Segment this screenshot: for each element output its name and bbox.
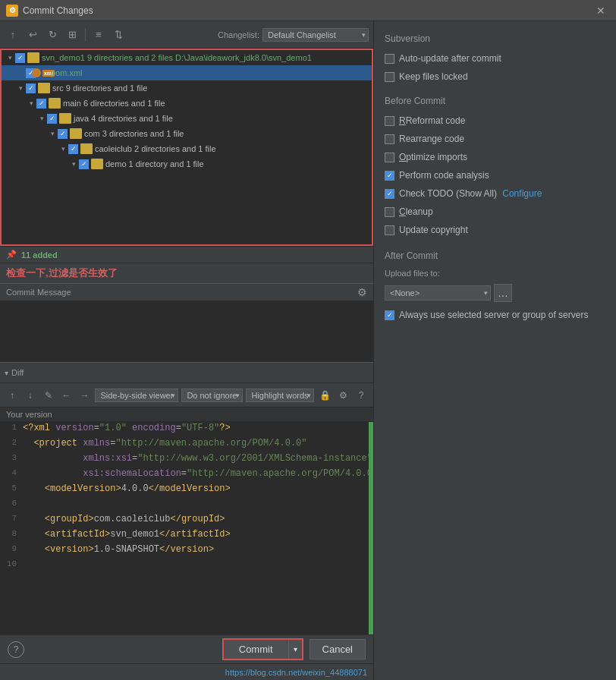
reformat-row: RReformat code: [385, 114, 605, 128]
right-panel: Subversion Auto-update after commit Keep…: [374, 21, 616, 680]
line-num-1: 1: [0, 422, 23, 432]
diff-settings-icon[interactable]: ⚙: [335, 387, 350, 404]
check-todo-checkbox[interactable]: ✓: [385, 189, 394, 199]
cancel-button[interactable]: Cancel: [310, 639, 366, 660]
commit-dropdown-button[interactable]: ▾: [289, 640, 302, 659]
line-num-2: 2: [0, 437, 23, 447]
file-toolbar: ↑ ↩ ↻ ⊞ ≡ ⇅ Changelist: Default Changeli…: [0, 21, 373, 49]
check-todo-row: ✓ Check TODO (Show All) Configure: [385, 187, 605, 200]
toolbar-separator: [85, 28, 86, 42]
line-num-9: 9: [0, 543, 23, 553]
line-content-4: xsi:schemaLocation="http://maven.apache.…: [23, 468, 373, 479]
tree-arrow-java: ▾: [36, 115, 47, 122]
line-content-5: <modelVersion>4.0.0</modelVersion>: [23, 483, 373, 494]
tree-arrow-main: ▾: [26, 99, 36, 107]
diff-collapse-icon[interactable]: ▾: [5, 369, 8, 377]
rearrange-row: Rearrange code: [385, 132, 605, 146]
diff-edit-button[interactable]: ✎: [41, 387, 56, 404]
upload-select[interactable]: <None>: [385, 285, 491, 301]
upload-label: Upload files to:: [385, 269, 605, 278]
tree-checkbox-java[interactable]: ✓: [47, 114, 57, 124]
line-num-10: 10: [0, 559, 23, 568]
folder-icon-demo: [91, 159, 103, 169]
tree-item-demo[interactable]: ▾ ✓ demo 1 directory and 1 file: [2, 156, 372, 172]
list-button[interactable]: ≡: [90, 27, 107, 43]
tree-item-caoleiclub[interactable]: ▾ ✓ caoleiclub 2 directories and 1 file: [2, 141, 372, 156]
tree-checkbox-main[interactable]: ✓: [36, 99, 46, 109]
line-num-4: 4: [0, 468, 23, 477]
diff-toolbar: ↑ ↓ ✎ ← → Side-by-side viewer ▾ Do not i…: [0, 383, 373, 408]
diff-prev-button[interactable]: ←: [59, 387, 74, 404]
auto-update-checkbox[interactable]: [385, 54, 394, 64]
commit-msg-settings-icon[interactable]: ⚙: [357, 286, 367, 298]
diff-next-button[interactable]: →: [77, 387, 93, 404]
bottom-bar: ? Commit ▾ Cancel: [0, 634, 373, 663]
always-use-checkbox[interactable]: ✓: [385, 310, 394, 320]
tree-item-svn-demo1[interactable]: ▾ ✓ svn_demo1 9 directories and 2 files …: [2, 50, 372, 65]
upload-options-button[interactable]: …: [494, 284, 512, 302]
tree-label-demo: demo 1 directory and 1 file: [105, 159, 204, 168]
tree-checkbox-demo[interactable]: ✓: [79, 159, 89, 169]
file-tree[interactable]: ▾ ✓ svn_demo1 9 directories and 2 files …: [0, 49, 373, 246]
optimize-checkbox[interactable]: [385, 153, 394, 162]
tree-label-com: com 3 directories and 1 file: [84, 129, 184, 138]
tree-label-src: src 9 directories and 1 file: [52, 83, 147, 93]
tree-checkbox-caoleiclub[interactable]: ✓: [68, 144, 78, 154]
code-line-1: 1 <?xml version="1.0" encoding="UTF-8"?>: [0, 422, 373, 437]
diff-help-icon[interactable]: ?: [354, 387, 369, 404]
diff-down-button[interactable]: ↓: [23, 387, 38, 404]
tree-item-java[interactable]: ▾ ✓ java 4 directories and 1 file: [2, 111, 372, 126]
code-line-2: 2 <project xmlns="http://maven.apache.or…: [0, 437, 373, 452]
commit-message-input[interactable]: [0, 301, 373, 362]
tree-item-com[interactable]: ▾ ✓ com 3 directories and 1 file: [2, 126, 372, 141]
code-line-4: 4 xsi:schemaLocation="http://maven.apach…: [0, 468, 373, 483]
cleanup-label: Cleanup: [399, 206, 433, 217]
tree-checkbox-com[interactable]: ✓: [58, 129, 68, 139]
tree-checkbox-src[interactable]: ✓: [26, 83, 36, 93]
always-use-label: Always use selected server or group of s…: [399, 310, 588, 320]
keep-files-row: Keep files locked: [385, 70, 605, 83]
commit-button[interactable]: Commit: [224, 640, 289, 659]
viewer-select[interactable]: Side-by-side viewer: [95, 389, 178, 402]
code-line-9: 9 <version>1.0-SNAPSHOT</version>: [0, 543, 373, 559]
highlight-select[interactable]: Highlight words: [246, 389, 314, 402]
commit-msg-header: Commit Message ⚙: [0, 283, 373, 301]
sort-button[interactable]: ⇅: [110, 27, 127, 43]
help-button[interactable]: ?: [8, 641, 24, 658]
perform-checkbox[interactable]: ✓: [385, 171, 394, 181]
tree-item-src[interactable]: ▾ ✓ src 9 directories and 1 file: [2, 80, 372, 96]
lock-icon[interactable]: 🔒: [317, 387, 332, 404]
diff-up-button[interactable]: ↑: [5, 387, 20, 404]
line-content-7: <groupId>com.caoleiclub</groupId>: [23, 513, 373, 524]
upload-select-wrap: <None> ▾: [385, 285, 491, 301]
tree-item-pom-xml[interactable]: ✓ xml pom.xml: [2, 65, 372, 80]
changelist-select[interactable]: Default Changelist: [262, 28, 369, 42]
move-up-button[interactable]: ↑: [5, 27, 21, 43]
close-button[interactable]: ✕: [592, 3, 610, 18]
update-copyright-checkbox[interactable]: [385, 225, 394, 235]
cleanup-checkbox[interactable]: [385, 207, 394, 217]
reformat-underline: R: [399, 115, 406, 126]
viewer-select-wrap: Side-by-side viewer ▾: [95, 389, 178, 402]
check-todo-label: Check TODO (Show All) Configure: [399, 188, 542, 199]
keep-files-checkbox[interactable]: [385, 72, 394, 82]
tree-checkbox-svn-demo1[interactable]: ✓: [15, 53, 25, 63]
configure-link[interactable]: Configure: [502, 188, 542, 199]
reformat-checkbox[interactable]: [385, 116, 394, 126]
url-text: https://blog.csdn.net/weixin_44888071: [225, 668, 367, 677]
code-area[interactable]: 1 <?xml version="1.0" encoding="UTF-8"?>…: [0, 422, 373, 634]
ignore-select[interactable]: Do not ignore: [181, 389, 243, 402]
refresh-button[interactable]: ↻: [44, 27, 61, 43]
pin-icon: 📌: [6, 250, 17, 260]
rearrange-checkbox[interactable]: [385, 134, 394, 144]
line-content-6: [23, 498, 373, 509]
group-button[interactable]: ⊞: [64, 27, 80, 43]
after-commit-title: After Commit: [385, 250, 605, 261]
commit-msg-label: Commit Message: [6, 288, 71, 297]
optimize-underline: O: [399, 152, 406, 162]
tree-item-main[interactable]: ▾ ✓ main 6 directories and 1 file: [2, 96, 372, 111]
reformat-label: RReformat code: [399, 115, 465, 126]
undo-button[interactable]: ↩: [24, 27, 41, 43]
tree-arrow-demo: ▾: [68, 160, 79, 168]
diff-title: Diff: [11, 368, 24, 377]
